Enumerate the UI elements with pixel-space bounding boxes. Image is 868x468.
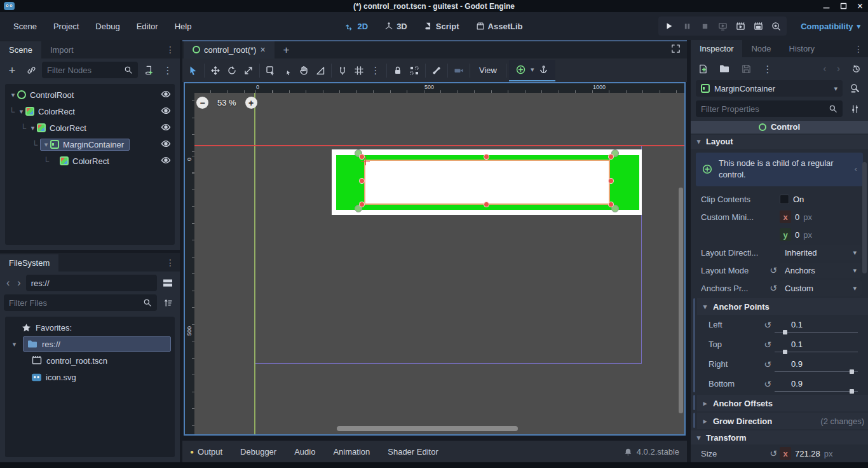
tab-inspector[interactable]: Inspector [691,40,742,57]
add-node-button[interactable]: + [4,62,20,78]
split-view-icon[interactable] [159,275,176,291]
anchor-mode-icon[interactable] [535,62,552,78]
snap-options-icon[interactable]: ⋮ [367,62,384,79]
distraction-free-icon[interactable] [671,44,687,55]
filter-files-input[interactable] [4,294,157,311]
workspace-assetlib-button[interactable]: AssetLib [471,19,528,34]
visibility-toggle-icon[interactable] [161,122,171,134]
list-select-tool-icon[interactable] [262,62,279,79]
node-selector-dropdown[interactable]: MarginContainer ▾ [696,80,843,97]
version-info[interactable]: 4.0.2.stable [624,447,679,457]
tree-row-colorrect-3[interactable]: └ ColorRect [5,153,175,169]
menu-project[interactable]: Project [45,22,87,31]
play-custom-scene-button[interactable] [750,18,766,34]
close-tab-icon[interactable]: × [260,45,265,54]
play-button[interactable] [661,18,677,34]
pan-tool-icon[interactable] [295,62,312,79]
path-bar[interactable]: res:// [26,275,157,291]
subsection-anchor-points[interactable]: ▾ Anchor Points [697,298,868,315]
layout-notice[interactable]: This node is a child of a regular contro… [696,153,863,187]
2d-viewport[interactable]: 0 500 1000 0 500 − 53 % + [184,82,686,436]
play-scene-button[interactable] [732,18,749,34]
custom-min-x-field[interactable]: 0 [795,212,799,222]
resize-handle[interactable] [484,154,489,160]
chevron-down-icon[interactable]: ▾ [531,65,534,74]
ruler-tool-icon[interactable] [312,62,329,79]
collapse-arrow-icon[interactable]: ▾ [29,124,37,132]
tree-row-controlroot[interactable]: ▾ ControlRoot [5,86,175,103]
layout-direction-dropdown[interactable]: Inherited▾ [780,245,862,260]
dock-menu-icon[interactable]: ⋮ [849,45,868,53]
filter-properties-input[interactable] [696,100,843,117]
move-tool-icon[interactable] [207,62,224,79]
vertical-scrollbar[interactable] [679,188,683,413]
section-layout[interactable]: ▾ Layout [691,135,868,149]
history-forward-icon[interactable]: › [834,63,843,74]
anchor-right-slider[interactable]: 0.9 [775,357,858,372]
sort-files-icon[interactable] [159,294,176,311]
horizontal-scrollbar[interactable] [337,426,518,431]
smart-snap-icon[interactable] [334,62,351,79]
panel-debugger[interactable]: Debugger [233,447,284,457]
workspace-3d-button[interactable]: 3D [379,19,412,34]
resize-handle[interactable] [359,178,365,184]
tree-row-colorrect-1[interactable]: └▾ ColorRect [5,103,175,120]
revert-icon[interactable]: ↺ [761,320,775,330]
renderer-selector[interactable]: Compatibility ▾ [801,22,860,31]
scene-tab-control-root[interactable]: control_root(*) × [184,41,275,59]
collapse-arrow-icon[interactable]: ▾ [9,91,17,99]
revert-icon[interactable]: ↺ [761,379,775,389]
anchor-preset-icon[interactable] [513,62,529,78]
custom-min-y-field[interactable]: 0 [795,230,799,240]
panel-audio[interactable]: Audio [287,447,323,457]
resize-handle[interactable] [608,202,614,207]
filter-nodes-input[interactable] [42,62,138,78]
filter-files-field[interactable] [9,298,139,308]
anchor-left-slider[interactable]: 0.1 [775,317,858,333]
menu-help[interactable]: Help [166,22,200,31]
favorites-row[interactable]: Favorites: [5,319,175,336]
resize-handle[interactable] [359,202,365,207]
nav-forward-icon[interactable]: › [15,277,23,289]
resize-handle[interactable] [608,178,614,184]
visibility-toggle-icon[interactable] [161,106,171,118]
tab-node[interactable]: Node [742,40,780,57]
minimize-icon[interactable] [823,3,830,10]
visibility-toggle-icon[interactable] [161,155,171,167]
pause-button[interactable] [679,18,695,34]
camera-override-icon[interactable] [451,62,467,79]
load-resource-icon[interactable] [716,60,733,77]
clip-contents-checkbox[interactable] [780,195,789,204]
dock-menu-icon[interactable]: ⋮ [161,45,180,54]
scene-tree-menu-icon[interactable]: ⋮ [159,62,176,78]
zoom-in-button[interactable]: + [245,97,257,109]
anchor-top-slider[interactable]: 0.1 [775,337,858,352]
zoom-reset-button[interactable]: 53 % [217,98,236,107]
stop-button[interactable] [696,18,713,34]
revert-icon[interactable]: ↺ [767,283,780,293]
layout-mode-dropdown[interactable]: Anchors▾ [780,263,862,278]
canvas-margincontainer-selection[interactable] [364,160,610,205]
new-resource-icon[interactable] [695,60,711,77]
section-transform[interactable]: ▾ Transform [691,430,868,444]
collapse-notice-icon[interactable]: ‹ [855,163,857,176]
panel-animation[interactable]: Animation [325,447,377,457]
category-header-control[interactable]: Control [691,121,868,134]
file-row-res[interactable]: ▾ res:// [5,336,175,352]
revert-icon[interactable]: ↺ [761,359,775,369]
revert-icon[interactable]: ↺ [761,340,775,350]
edit-history-icon[interactable] [848,60,864,77]
panel-shader-editor[interactable]: Shader Editor [380,447,446,457]
close-icon[interactable]: × [857,1,863,11]
position-select-tool-icon[interactable] [279,62,295,79]
select-tool-icon[interactable] [185,62,201,79]
filter-properties-field[interactable] [701,104,825,114]
resource-options-icon[interactable]: ⋮ [759,60,776,77]
inspector-scrollbar[interactable] [862,162,867,273]
movie-maker-button[interactable] [768,18,784,34]
skeleton-options-icon[interactable] [428,62,445,79]
menu-editor[interactable]: Editor [128,22,166,31]
collapse-arrow-icon[interactable]: ▾ [17,107,25,116]
scale-tool-icon[interactable] [240,62,257,79]
instance-scene-button[interactable] [23,62,39,78]
